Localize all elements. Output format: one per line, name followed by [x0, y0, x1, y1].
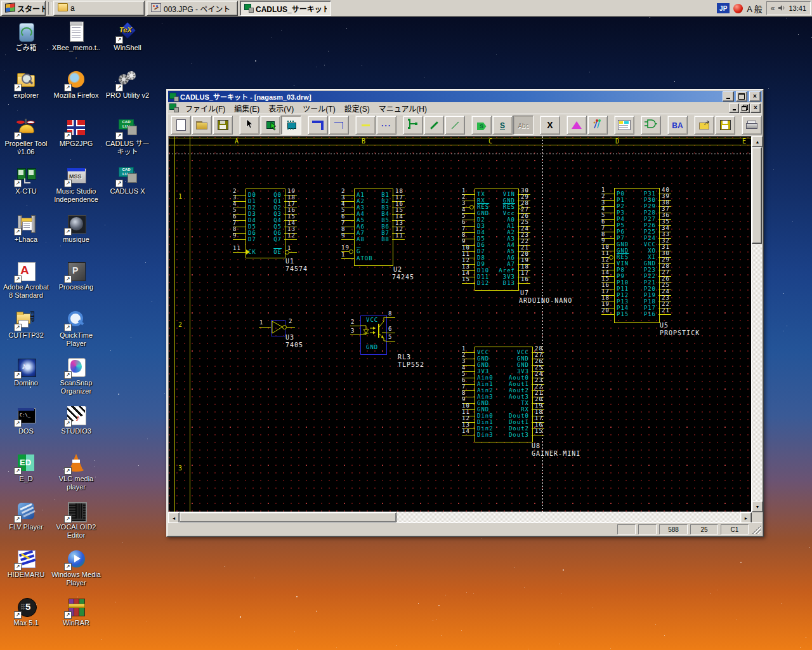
desktop-icon-e-d[interactable]: ED↗E_D	[1, 452, 51, 483]
wire-corner-thick-button[interactable]	[308, 116, 328, 135]
maximize-button[interactable]	[736, 91, 747, 102]
line-dash-button[interactable]	[355, 116, 376, 135]
hscroll-track[interactable]	[180, 512, 740, 522]
part-place-button[interactable]	[281, 116, 301, 135]
signal-tag-button[interactable]: S	[471, 116, 492, 135]
desktop-icon-cadlus-ckt[interactable]: CADLUS↗CADLUS サーキット	[103, 117, 152, 156]
menu-file[interactable]: ファイル(F)	[181, 102, 230, 114]
pin-wire	[289, 252, 297, 253]
vscroll-thumb[interactable]	[752, 147, 762, 244]
scansnap-icon: ↗	[65, 356, 87, 378]
ime-language-indicator[interactable]: JP	[717, 3, 730, 13]
desktop-icon-wmp[interactable]: ↗Windows Media Player	[51, 548, 101, 587]
horizontal-scrollbar[interactable]: ◄ ►	[168, 512, 752, 522]
winshell-icon: TeX↗	[117, 21, 138, 43]
desktop-icon-musique[interactable]: ↗musique	[51, 213, 101, 244]
line-dash-icon	[362, 124, 370, 126]
menu-view[interactable]: 表示(V)	[264, 102, 298, 114]
title-bar[interactable]: CADLUS_サーキット - [nagasm_03.drw] ×	[168, 91, 762, 102]
desktop-icon-acrobat[interactable]: A↗Adobe Acrobat 8 Standard	[1, 260, 51, 299]
text-file-icon	[65, 21, 87, 43]
menu-manual[interactable]: マニュアル(H)	[374, 102, 431, 114]
desktop-icon-mpg2jpg[interactable]: ↗MPG2JPG	[51, 117, 101, 148]
line-dots-button[interactable]: ···	[376, 116, 396, 135]
triangle-marker-button[interactable]	[566, 116, 587, 135]
component-ref: U2	[393, 267, 402, 273]
desktop-icon-dos[interactable]: C:\_↗DOS	[1, 404, 51, 435]
document-icon[interactable]	[169, 103, 178, 113]
close-button[interactable]: ×	[749, 91, 761, 102]
desktop-icon-processing[interactable]: P↗Processing	[51, 260, 101, 291]
mdi-close-button[interactable]: ×	[750, 103, 761, 113]
desktop-icon-winrar[interactable]: ↗WinRAR	[51, 596, 101, 627]
text-label-button[interactable]: Abc	[513, 116, 534, 135]
task-folder-a[interactable]: a	[53, 1, 145, 16]
wire-corner-thin-button[interactable]	[329, 116, 349, 135]
menu-edit[interactable]: 編集(E)	[230, 102, 264, 114]
scroll-up-button[interactable]: ▲	[752, 136, 763, 147]
desktop-icon-xctu[interactable]: ↗X-CTU	[1, 164, 51, 196]
pin-number: 1	[601, 187, 605, 193]
desktop-icon-studio3[interactable]: ♪↗STUDIO3	[51, 404, 101, 435]
pin-label: P13	[617, 299, 629, 305]
desktop-icon-winshell[interactable]: TeX↗WinShell	[103, 21, 152, 52]
desktop-icon-scansnap[interactable]: ↗ScanSnap Organizer	[51, 356, 101, 395]
resize-grip[interactable]	[752, 526, 761, 534]
save-file-button[interactable]	[213, 116, 233, 135]
hscroll-thumb[interactable]	[180, 512, 396, 522]
net-connector-button[interactable]	[403, 116, 423, 135]
desktop-icon-explorer[interactable]: ↗explorer	[1, 69, 51, 100]
desktop-icon-firefox[interactable]: ↗Mozilla Firefox	[51, 69, 101, 100]
task-cadlus[interactable]: CADLUS_サーキット - [...	[240, 1, 331, 16]
tray-chevron[interactable]: «	[771, 4, 775, 13]
desktop-icon-lhaca[interactable]: ↗+Lhaca	[1, 213, 51, 244]
vertical-scrollbar[interactable]: ▲ ▼	[752, 136, 762, 512]
desktop-icon-flv[interactable]: ↗FLV Player	[1, 500, 51, 531]
tray-clock[interactable]: 13:41	[789, 4, 806, 12]
pin-number: 16	[535, 422, 543, 428]
volume-icon[interactable]	[778, 4, 785, 13]
delete-x-button[interactable]: X	[540, 116, 560, 135]
desktop-icon-cadlus-x[interactable]: CADLUS↗CADLUS X	[103, 164, 152, 196]
desktop-icon-gears[interactable]: ↗PRO Utility v2	[103, 69, 152, 100]
probe-pins-button[interactable]	[587, 116, 608, 135]
gate-symbol-button[interactable]	[641, 116, 661, 135]
signal-letter-button[interactable]: S	[492, 116, 513, 135]
desktop-icon-mss[interactable]: MSS↗Music Studio Independence	[51, 164, 101, 203]
line-diagonal-thick-button[interactable]	[424, 116, 444, 135]
minimize-button[interactable]	[723, 91, 734, 102]
menu-settings[interactable]: 設定(S)	[340, 102, 374, 114]
sheet-table-button[interactable]	[614, 116, 634, 135]
part-select-button[interactable]	[260, 116, 280, 135]
vscroll-track[interactable]	[752, 147, 762, 501]
desktop-icon-propeller[interactable]: ↗Propeller Tool v1.06	[1, 117, 51, 156]
desktop-icon-text-file[interactable]: XBee_memo.t...	[51, 21, 101, 60]
pin-label: D3	[248, 211, 256, 217]
ime-mode-indicator[interactable]: A 般	[747, 3, 763, 15]
desktop-icon-domino[interactable]: ♪↗Domino	[1, 356, 51, 387]
print-button[interactable]	[742, 116, 762, 135]
schematic-canvas[interactable]: ABCDE1232D019Q03D118Q14D217Q25D316Q36D41…	[168, 136, 752, 512]
scroll-down-button[interactable]: ▼	[752, 501, 763, 512]
mdi-restore-button[interactable]	[740, 103, 750, 113]
export-drawing-button[interactable]	[694, 116, 714, 135]
ba-mode-button[interactable]: BA	[667, 116, 688, 135]
line-diagonal-thin-button[interactable]	[445, 116, 465, 135]
open-file-button[interactable]	[192, 116, 212, 135]
start-button[interactable]: スタート	[1, 1, 46, 16]
desktop-icon-hidemaru[interactable]: ↗HIDEMARU	[1, 548, 51, 579]
mdi-minimize-button[interactable]	[729, 103, 739, 113]
desktop-icon-vocaloid[interactable]: ↗VOCALOID2 Editor	[51, 500, 101, 539]
select-cursor-button[interactable]	[239, 116, 259, 135]
task-paint[interactable]: 003.JPG - ペイント	[147, 1, 238, 16]
desktop-icon-max5[interactable]: 5↗Max 5.1	[1, 596, 51, 627]
desktop-icon-vlc[interactable]: ↗VLC media player	[51, 452, 101, 491]
pin-label: D7	[477, 249, 485, 255]
save-alt-button[interactable]	[715, 116, 735, 135]
desktop-icon-recycle-bin[interactable]: ごみ箱	[1, 21, 51, 52]
desktop-icon-quicktime[interactable]: ↗QuickTime Player	[51, 308, 101, 347]
desktop-icon-cutftp[interactable]: FTP↗CUTFTP32	[1, 308, 51, 340]
ime-icon[interactable]	[733, 4, 743, 13]
new-file-button[interactable]	[171, 116, 191, 135]
menu-tools[interactable]: ツール(T)	[298, 102, 339, 114]
